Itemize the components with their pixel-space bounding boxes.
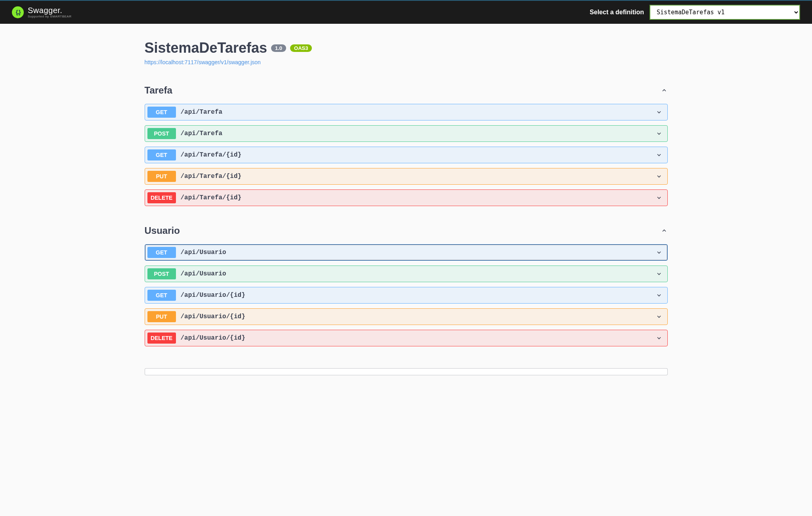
method-badge: PUT bbox=[147, 171, 176, 182]
definition-selector: Select a definition SistemaDeTarefas v1 bbox=[590, 5, 800, 20]
operation-summary: GET/api/Usuario bbox=[147, 247, 226, 258]
method-badge: POST bbox=[147, 128, 176, 139]
spec-url-link[interactable]: https://localhost:7117/swagger/v1/swagge… bbox=[145, 59, 261, 65]
chevron-down-icon bbox=[655, 194, 663, 201]
operation-path: /api/Tarefa bbox=[181, 109, 223, 116]
swagger-logo-icon: {..} bbox=[12, 6, 24, 18]
method-badge: POST bbox=[147, 268, 176, 279]
operation-summary: DELETE/api/Usuario/{id} bbox=[147, 333, 245, 344]
tag-section: UsuarioGET/api/UsuarioPOST/api/UsuarioGE… bbox=[145, 225, 668, 346]
chevron-up-icon bbox=[661, 87, 668, 94]
api-title-row: SistemaDeTarefas 1.0 OAS3 bbox=[145, 40, 668, 56]
brand-subtitle: Supported by SMARTBEAR bbox=[28, 15, 71, 18]
chevron-down-icon bbox=[655, 249, 663, 256]
operation-path: /api/Usuario bbox=[181, 270, 226, 277]
tag-header[interactable]: Tarefa bbox=[145, 85, 668, 99]
chevron-down-icon bbox=[655, 270, 663, 277]
operation-summary: GET/api/Tarefa/{id} bbox=[147, 149, 242, 161]
method-badge: GET bbox=[147, 247, 176, 258]
operation-path: /api/Usuario/{id} bbox=[181, 334, 245, 342]
operation-row[interactable]: PUT/api/Usuario/{id} bbox=[145, 308, 668, 325]
chevron-down-icon bbox=[655, 109, 663, 116]
api-title: SistemaDeTarefas bbox=[145, 40, 267, 56]
method-badge: GET bbox=[147, 107, 176, 118]
logo-text: Swagger. Supported by SMARTBEAR bbox=[28, 6, 71, 18]
brand-name: Swagger. bbox=[28, 6, 71, 14]
version-badge: 1.0 bbox=[271, 44, 286, 52]
main-content: SistemaDeTarefas 1.0 OAS3 https://localh… bbox=[145, 24, 668, 391]
operation-path: /api/Usuario/{id} bbox=[181, 292, 245, 299]
operation-row[interactable]: GET/api/Tarefa bbox=[145, 104, 668, 120]
tag-name: Tarefa bbox=[145, 85, 172, 96]
operation-path: /api/Usuario/{id} bbox=[181, 313, 245, 320]
chevron-down-icon bbox=[655, 334, 663, 342]
tag-name: Usuario bbox=[145, 225, 180, 236]
method-badge: DELETE bbox=[147, 333, 176, 344]
operation-summary: PUT/api/Usuario/{id} bbox=[147, 311, 245, 322]
chevron-down-icon bbox=[655, 130, 663, 137]
chevron-down-icon bbox=[655, 151, 663, 159]
operation-row[interactable]: DELETE/api/Usuario/{id} bbox=[145, 330, 668, 346]
topbar: {..} Swagger. Supported by SMARTBEAR Sel… bbox=[0, 0, 812, 24]
operation-row[interactable]: DELETE/api/Tarefa/{id} bbox=[145, 189, 668, 206]
tag-header[interactable]: Usuario bbox=[145, 225, 668, 239]
oas-badge: OAS3 bbox=[290, 44, 312, 52]
operation-path: /api/Tarefa/{id} bbox=[181, 194, 242, 201]
chevron-down-icon bbox=[655, 313, 663, 320]
operation-path: /api/Tarefa/{id} bbox=[181, 173, 242, 180]
operation-path: /api/Usuario bbox=[181, 249, 226, 256]
method-badge: GET bbox=[147, 290, 176, 301]
schemas-section[interactable] bbox=[145, 368, 668, 375]
operation-row[interactable]: POST/api/Tarefa bbox=[145, 125, 668, 142]
definition-label: Select a definition bbox=[590, 9, 644, 16]
operation-path: /api/Tarefa bbox=[181, 130, 223, 137]
operation-summary: GET/api/Usuario/{id} bbox=[147, 290, 245, 301]
operation-row[interactable]: POST/api/Usuario bbox=[145, 266, 668, 282]
operation-row[interactable]: GET/api/Usuario bbox=[145, 244, 668, 261]
method-badge: PUT bbox=[147, 311, 176, 322]
operation-row[interactable]: GET/api/Usuario/{id} bbox=[145, 287, 668, 304]
operation-summary: POST/api/Tarefa bbox=[147, 128, 223, 139]
logo[interactable]: {..} Swagger. Supported by SMARTBEAR bbox=[12, 6, 71, 18]
chevron-down-icon bbox=[655, 173, 663, 180]
chevron-down-icon bbox=[655, 292, 663, 299]
definition-select[interactable]: SistemaDeTarefas v1 bbox=[650, 5, 800, 20]
chevron-up-icon bbox=[661, 227, 668, 234]
operation-summary: GET/api/Tarefa bbox=[147, 107, 223, 118]
method-badge: GET bbox=[147, 149, 176, 161]
operation-row[interactable]: GET/api/Tarefa/{id} bbox=[145, 147, 668, 163]
operation-summary: POST/api/Usuario bbox=[147, 268, 226, 279]
operation-row[interactable]: PUT/api/Tarefa/{id} bbox=[145, 168, 668, 185]
tag-section: TarefaGET/api/TarefaPOST/api/TarefaGET/a… bbox=[145, 85, 668, 206]
operation-summary: PUT/api/Tarefa/{id} bbox=[147, 171, 242, 182]
operation-summary: DELETE/api/Tarefa/{id} bbox=[147, 192, 242, 203]
method-badge: DELETE bbox=[147, 192, 176, 203]
operation-path: /api/Tarefa/{id} bbox=[181, 151, 242, 159]
